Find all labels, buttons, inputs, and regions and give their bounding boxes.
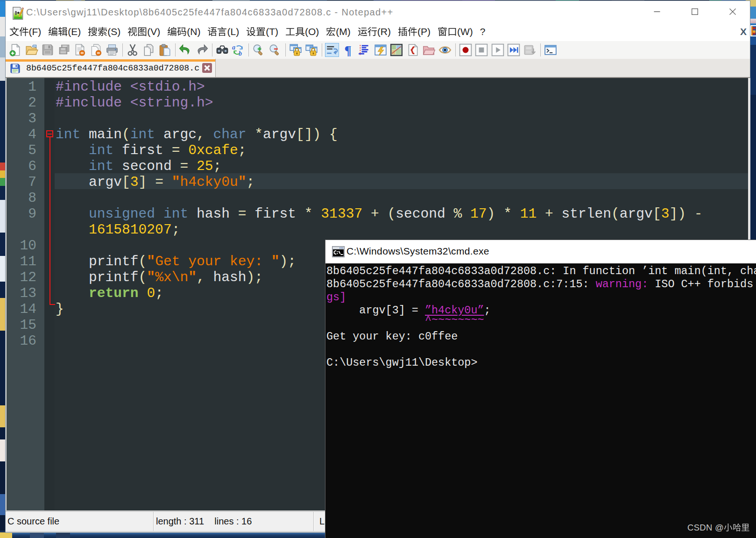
open-icon[interactable]	[25, 43, 38, 57]
undo-icon[interactable]	[179, 43, 192, 57]
desktop-wallpaper-left-strip	[0, 1, 6, 538]
code-line: int second = 25;	[56, 158, 748, 174]
taskbar-strip[interactable]	[0, 532, 325, 538]
show-all-chars-icon[interactable]: ¶	[342, 43, 355, 57]
taskbar-icon-fragment[interactable]	[56, 532, 70, 538]
macro-save-icon[interactable]	[523, 43, 537, 57]
tab-saved-icon	[10, 63, 21, 76]
cut-icon[interactable]	[126, 43, 139, 57]
copy-icon[interactable]	[142, 43, 155, 57]
menu-item-edit[interactable]: (E)	[45, 22, 85, 41]
tab-close-icon[interactable]	[202, 63, 212, 73]
line-number: 6	[6, 158, 36, 174]
macro-record-icon[interactable]	[459, 43, 472, 57]
close-icon[interactable]	[73, 43, 86, 57]
menu-item-macro[interactable]: (M)	[323, 22, 354, 41]
minimize-button[interactable]	[648, 1, 666, 22]
macro-play-icon[interactable]	[491, 43, 504, 57]
svg-text:¶: ¶	[344, 43, 351, 57]
line-number: 2	[6, 95, 36, 111]
fold-guide-line	[49, 137, 50, 304]
line-number: 5	[6, 142, 36, 158]
console-line: 8b6405c25fe447fa804c6833a0d72808.c:7:15:…	[326, 278, 756, 291]
cmd-window-title: C:\Windows\System32\cmd.exe	[346, 246, 489, 257]
taskbar-icon-fragment[interactable]	[0, 532, 12, 538]
npp-title-bar[interactable]: C:\Users\gwj11\Desktop\8b6405c25fe447fa8…	[6, 1, 750, 22]
udl-dialog-icon[interactable]	[374, 43, 387, 57]
menu-item-language[interactable]: (L)	[204, 22, 243, 41]
line-number: 4	[6, 127, 36, 142]
tab-filename: 8b6405c25fe447fa804c6833a0d72808.c	[26, 64, 199, 73]
indent-guide-icon[interactable]	[358, 43, 371, 57]
save-icon[interactable]	[41, 43, 54, 57]
toolbar-separator	[122, 43, 123, 57]
svg-text:a: a	[232, 44, 235, 51]
save-all-icon[interactable]	[57, 43, 71, 57]
line-number: 15	[6, 317, 36, 333]
desktop-icon-fragment	[750, 25, 756, 36]
find-icon[interactable]	[216, 43, 229, 57]
cmd-title-bar[interactable]: C:\Windows\System32\cmd.exe	[325, 240, 756, 263]
cmd-window: C:\Windows\System32\cmd.exe 8b6405c25fe4…	[325, 240, 756, 538]
console-icon[interactable]	[544, 43, 557, 57]
csdn-watermark: CSDN @	[687, 523, 750, 533]
menu-item-view[interactable]: (V)	[124, 22, 164, 41]
new-file-icon[interactable]	[9, 43, 22, 57]
menu-item-window[interactable]: (W)	[434, 22, 476, 41]
line-number: 1	[6, 79, 36, 95]
console-line: C:\Users\gwj11\Desktop>	[326, 356, 756, 369]
zoom-out-icon[interactable]	[268, 43, 282, 57]
toolbar-separator	[455, 43, 456, 57]
cmd-app-icon	[332, 246, 345, 259]
toolbar-separator	[285, 43, 286, 57]
menubar-close-document-x[interactable]: X	[740, 22, 747, 41]
menu-item-plugins[interactable]: (P)	[394, 22, 434, 41]
code-line: #include <string.h>	[56, 95, 748, 111]
macro-run-multiple-icon[interactable]	[507, 43, 520, 57]
paste-icon[interactable]	[158, 43, 171, 57]
code-line	[56, 111, 748, 127]
line-number	[6, 222, 36, 238]
menu-item-settings[interactable]: (T)	[243, 22, 282, 41]
console-line: ^~~~~~~~~	[326, 314, 756, 327]
svg-text:b: b	[239, 50, 242, 57]
function-list-icon[interactable]	[406, 43, 419, 57]
macro-stop-icon[interactable]	[475, 43, 488, 57]
console-line: gs]	[326, 291, 756, 304]
zoom-in-icon[interactable]	[252, 43, 265, 57]
replace-icon[interactable]: ab	[232, 43, 245, 57]
line-number: 10	[6, 238, 36, 254]
line-number: 16	[6, 333, 36, 349]
tab-active-document[interactable]: 8b6405c25fe447fa804c6833a0d72808.c	[6, 59, 216, 77]
statusbar-length-lines: length : 311 lines : 16	[154, 512, 314, 531]
console-line	[326, 343, 756, 356]
menu-item-help[interactable]: ?	[476, 22, 489, 41]
fold-collapse-icon[interactable]	[46, 130, 53, 137]
redo-icon[interactable]	[195, 43, 208, 57]
statusbar-doc-type: C source file	[6, 512, 154, 531]
close-button[interactable]	[723, 1, 742, 22]
code-line	[56, 190, 748, 206]
line-number: 13	[6, 285, 36, 301]
close-all-icon[interactable]	[90, 43, 103, 57]
folder-workspace-icon[interactable]	[422, 43, 435, 57]
cmd-console-output[interactable]: 8b6405c25fe447fa804c6833a0d72808.c: In f…	[325, 263, 756, 538]
print-icon[interactable]	[106, 43, 119, 57]
menu-item-run[interactable]: (R)	[354, 22, 394, 41]
editor-left-frame	[6, 78, 7, 510]
doc-map-icon[interactable]	[390, 43, 403, 57]
notepadpp-app-icon	[12, 7, 24, 22]
toolbar-separator	[175, 43, 176, 57]
menu-item-encoding[interactable]: (N)	[164, 22, 204, 41]
sync-horizontal-icon[interactable]	[305, 43, 318, 57]
menu-item-search[interactable]: (S)	[85, 22, 124, 41]
maximize-button[interactable]	[685, 1, 704, 22]
monitoring-icon[interactable]	[438, 43, 452, 57]
console-line: 8b6405c25fe447fa804c6833a0d72808.c: In f…	[326, 265, 756, 278]
sync-vertical-icon[interactable]	[289, 43, 302, 57]
menu-item-tools[interactable]: (O)	[282, 22, 322, 41]
menu-item-file[interactable]: (F)	[6, 22, 45, 41]
word-wrap-icon[interactable]	[325, 43, 339, 57]
line-number: 14	[6, 301, 36, 317]
taskbar-icon-fragment[interactable]	[30, 532, 44, 538]
